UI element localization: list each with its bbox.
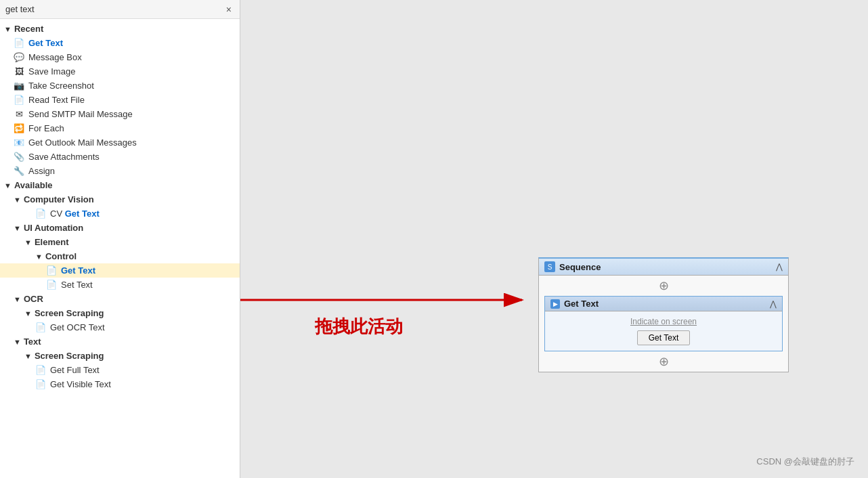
indicate-on-screen-link[interactable]: Indicate on screen <box>630 317 697 326</box>
list-item[interactable]: 📄 Get Text <box>0 36 240 50</box>
sequence-collapse-button[interactable]: ⋀ <box>776 262 783 271</box>
main-canvas: 拖拽此活动 点击此处 S Sequence ⋀ ⊕ ▶ Get Text ⋀ I… <box>240 0 868 478</box>
element-header[interactable]: ▼ Element <box>0 235 240 249</box>
get-text-button[interactable]: Get Text <box>637 330 690 345</box>
get-text-activity-title: Get Text <box>564 299 599 309</box>
left-panel: get text × ▼ Recent 📄 Get Text 💬 Message… <box>0 0 240 478</box>
sequence-header: S Sequence ⋀ <box>539 259 788 276</box>
get-text-collapse-button[interactable]: ⋀ <box>770 299 777 309</box>
list-item[interactable]: 🔁 For Each <box>0 121 240 135</box>
list-item[interactable]: 🔧 Assign <box>0 164 240 178</box>
get-text-activity-icon: ▶ <box>550 299 560 309</box>
add-top-button[interactable]: ⊕ <box>539 276 788 296</box>
list-item[interactable]: 📄 Get Visible Text <box>0 377 240 391</box>
read-text-icon: 📄 <box>14 95 24 105</box>
get-text-activity-header: ▶ Get Text ⋀ <box>545 297 782 311</box>
get-full-text-icon: 📄 <box>35 365 46 375</box>
sequence-icon: S <box>544 261 555 272</box>
get-visible-text-icon: 📄 <box>35 379 46 389</box>
ocr-screen-scraping-header[interactable]: ▼ Screen Scraping <box>0 306 240 320</box>
list-item[interactable]: 📄 Get Text <box>0 263 240 278</box>
search-title: get text <box>5 4 35 14</box>
get-text-activity: ▶ Get Text ⋀ Indicate on screen Get Text <box>544 296 783 351</box>
available-section-header[interactable]: ▼ Available <box>0 178 240 192</box>
text-header[interactable]: ▼ Text <box>0 334 240 349</box>
recent-section-header[interactable]: ▼ Recent <box>0 22 240 36</box>
list-item[interactable]: 📄 Set Text <box>0 278 240 292</box>
text-screen-scraping-header[interactable]: ▼ Screen Scraping <box>0 349 240 363</box>
save-image-icon: 🖼 <box>14 66 24 77</box>
for-each-icon: 🔁 <box>14 123 24 133</box>
sequence-title: Sequence <box>559 262 601 272</box>
add-bottom-button[interactable]: ⊕ <box>539 351 788 372</box>
list-item[interactable]: 📄 Read Text File <box>0 93 240 107</box>
get-text-title-row: ▶ Get Text <box>550 299 599 309</box>
assign-icon: 🔧 <box>14 166 24 176</box>
list-item[interactable]: 🖼 Save Image <box>0 64 240 79</box>
drag-arrow <box>240 0 868 478</box>
get-text-2-icon: 📄 <box>46 265 57 276</box>
list-item[interactable]: 💬 Message Box <box>0 50 240 64</box>
search-header: get text × <box>0 0 240 19</box>
cv-icon: 📄 <box>35 209 46 219</box>
sequence-title-row: S Sequence <box>544 261 601 272</box>
sequence-window: S Sequence ⋀ ⊕ ▶ Get Text ⋀ Indicate on … <box>538 257 789 372</box>
list-item[interactable]: 📄 Get OCR Text <box>0 320 240 334</box>
list-item[interactable]: 📎 Save Attachments <box>0 150 240 164</box>
screenshot-icon: 📷 <box>14 81 24 91</box>
computer-vision-header[interactable]: ▼ Computer Vision <box>0 192 240 207</box>
smtp-icon: ✉ <box>14 109 24 119</box>
csdn-watermark: CSDN @会敲键盘的肘子 <box>756 456 854 468</box>
set-text-icon: 📄 <box>46 280 57 290</box>
message-box-icon: 💬 <box>14 52 24 62</box>
outlook-icon: 📧 <box>14 137 24 148</box>
list-item[interactable]: 📄 Get Full Text <box>0 363 240 377</box>
list-item[interactable]: ✉ Send SMTP Mail Message <box>0 107 240 121</box>
list-item[interactable]: 📄 CV Get Text <box>0 207 240 221</box>
drag-label: 拖拽此活动 <box>315 315 403 339</box>
ui-automation-header[interactable]: ▼ UI Automation <box>0 221 240 235</box>
list-item[interactable]: 📷 Take Screenshot <box>0 79 240 93</box>
ocr-header[interactable]: ▼ OCR <box>0 292 240 306</box>
get-text-icon: 📄 <box>14 38 24 48</box>
attachments-icon: 📎 <box>14 152 24 162</box>
list-item[interactable]: 📧 Get Outlook Mail Messages <box>0 135 240 150</box>
close-button[interactable]: × <box>223 4 234 15</box>
tree-container: ▼ Recent 📄 Get Text 💬 Message Box 🖼 Save… <box>0 19 240 478</box>
control-header[interactable]: ▼ Control <box>0 249 240 263</box>
get-text-body: Indicate on screen Get Text <box>545 311 782 351</box>
get-ocr-text-icon: 📄 <box>35 322 46 332</box>
